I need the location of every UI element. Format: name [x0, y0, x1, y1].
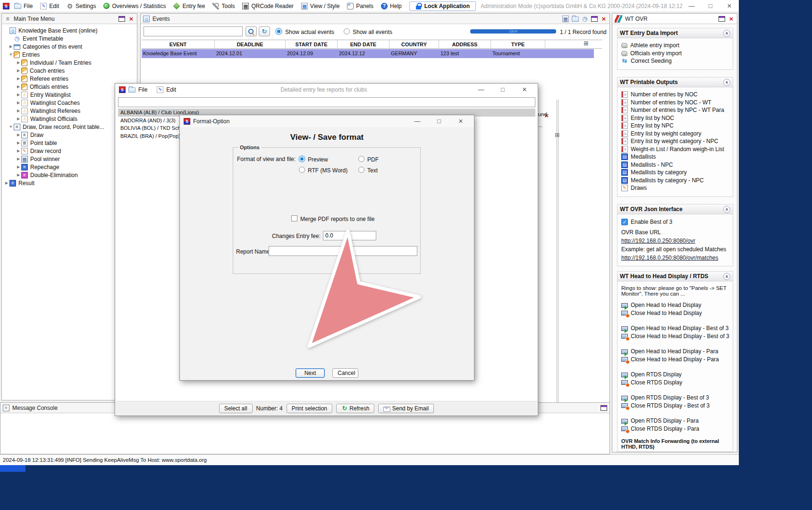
menu-item[interactable]: QRCode Reader	[242, 3, 293, 9]
printable-output-item[interactable]: Number of entries by NOC	[617, 91, 733, 99]
fee-dialog-search-input[interactable]	[118, 97, 535, 107]
tree-item[interactable]: ▶ Individual / Team Entries	[2, 59, 137, 67]
printable-output-item[interactable]: Entry list by NPC	[617, 122, 733, 130]
display-control-item[interactable]: Open Head to Head Display - Best of 3	[617, 324, 733, 332]
preview-radio[interactable]	[299, 156, 305, 162]
menu-item[interactable]: Settings	[67, 3, 96, 9]
refresh-button[interactable]: Refresh	[336, 404, 374, 414]
printable-output-item[interactable]: Weight-in List / Random weigh-in List	[617, 145, 733, 153]
display-control-item[interactable]: Open RTDS Display - Best of 3	[617, 394, 733, 402]
pdf-radio[interactable]	[358, 156, 364, 162]
panel-maximize-icon[interactable]	[719, 16, 725, 22]
display-control-item[interactable]: Open Head to Head Display	[617, 301, 733, 309]
printable-output-item[interactable]: Entry list by weight category - NPC	[617, 137, 733, 145]
menu-item[interactable]: Help	[381, 3, 402, 9]
dialog-close-button[interactable]: ×	[451, 117, 470, 126]
dialog-maximize-button[interactable]: □	[493, 86, 512, 93]
panel-maximize-icon[interactable]	[591, 16, 598, 22]
printable-output-item[interactable]: Medallists by category	[617, 169, 733, 177]
column-header[interactable]: START DATE	[286, 40, 338, 49]
tree-expand-arrow[interactable]: ▶	[16, 60, 21, 65]
tree-item[interactable]: ▶ Coach entries	[2, 67, 137, 75]
dialog-minimize-button[interactable]: —	[472, 86, 491, 93]
ovr-base-url-link[interactable]: http://192.168.0.250:8080/ovr	[621, 238, 729, 244]
collapse-chevron-icon[interactable]	[723, 273, 730, 280]
printable-output-item[interactable]: Draws	[617, 184, 733, 192]
filter-refresh-button[interactable]	[259, 26, 270, 36]
tree-expand-arrow[interactable]: ▶	[16, 141, 21, 145]
tree-expand-arrow[interactable]: ▶	[16, 101, 21, 105]
collapse-chevron-icon[interactable]	[723, 30, 730, 37]
column-header[interactable]: ADDRESS	[439, 40, 491, 49]
panel-close-icon[interactable]	[601, 16, 607, 22]
panel-maximize-icon[interactable]	[601, 405, 607, 411]
send-by-email-button[interactable]: Send by Email	[378, 404, 434, 413]
display-control-item[interactable]: Close RTDS Display - Para	[617, 425, 733, 433]
printable-output-item[interactable]: Entry list by weight category	[617, 130, 733, 138]
ovr-action-item[interactable]: Athlete entry import	[617, 42, 733, 50]
menu-item[interactable]: File	[14, 3, 33, 9]
tree-item[interactable]: ▶ Categories of this event	[2, 42, 137, 51]
tree-item[interactable]: ▶ Referee entries	[2, 75, 137, 83]
report-name-input[interactable]	[269, 246, 417, 256]
tree-expand-arrow[interactable]: ▶	[16, 157, 21, 161]
ovr-matches-link[interactable]: http://192.168.0.250:8080/ovr/matches	[621, 255, 729, 261]
display-control-item[interactable]: Open Head to Head Display - Para	[617, 348, 733, 356]
tree-expand-arrow[interactable]: ▶	[16, 68, 21, 73]
tree-expand-arrow[interactable]: ▶	[16, 165, 21, 169]
display-control-item[interactable]: Open RTDS Display - Para	[617, 417, 733, 425]
ovr-action-item[interactable]: Correct Seeding	[617, 57, 733, 65]
menu-item[interactable]: Tools	[212, 3, 235, 9]
tree-expand-arrow[interactable]: ▶	[8, 44, 14, 49]
folder-icon[interactable]	[572, 17, 579, 22]
ovr-forwarding-input[interactable]	[621, 451, 728, 452]
tree-expand-arrow[interactable]: ▼	[8, 52, 14, 57]
dialog-close-button[interactable]: ×	[515, 85, 534, 94]
merge-pdf-checkbox[interactable]	[291, 215, 297, 221]
column-picker-icon[interactable]	[583, 41, 589, 47]
column-header[interactable]: EVENT	[142, 40, 215, 49]
console-content[interactable]	[0, 413, 609, 454]
column-header[interactable]: DEADLINE	[215, 40, 286, 49]
collapse-chevron-icon[interactable]	[723, 79, 730, 86]
tree-expand-arrow[interactable]: ▶	[4, 181, 9, 185]
tree-item[interactable]: ▼ Entries	[2, 51, 137, 59]
show-actual-events-radio[interactable]	[276, 28, 282, 34]
rtf-radio[interactable]	[299, 167, 305, 173]
clock-icon[interactable]	[582, 16, 588, 22]
printable-output-item[interactable]: Entry list by NOC	[617, 114, 733, 122]
tree-expand-arrow[interactable]: ▶	[16, 109, 21, 113]
display-control-item[interactable]: Close Head to Head Display	[617, 309, 733, 317]
fee-dialog-file-menu[interactable]: File	[138, 86, 147, 93]
fee-dialog-edit-menu[interactable]: Edit	[166, 86, 176, 93]
display-control-item[interactable]: Close Head to Head Display - Para	[617, 356, 733, 364]
select-all-button[interactable]: Select all	[219, 404, 253, 413]
print-selection-button[interactable]: Print selection	[287, 404, 332, 413]
menu-item[interactable]: Panels	[347, 3, 373, 9]
display-control-item[interactable]: Open RTDS Display	[617, 371, 733, 379]
ovr-action-item[interactable]: Officials entry import	[617, 50, 733, 58]
menu-item[interactable]: View / Style	[301, 3, 339, 9]
dialog-maximize-button[interactable]: □	[430, 118, 448, 125]
tree-expand-arrow[interactable]: ▶	[16, 117, 21, 121]
events-row[interactable]: Knowledge Base Event2024.12.012024.12.09…	[142, 49, 594, 58]
edit-table-icon[interactable]	[562, 16, 569, 22]
enable-best-of-3-checkbox[interactable]	[621, 219, 628, 225]
tree-expand-arrow[interactable]: ▶	[16, 173, 21, 177]
column-header[interactable]: COUNTRY	[389, 40, 439, 49]
tree-expand-arrow[interactable]: ▶	[16, 76, 21, 81]
window-maximize-button[interactable]: □	[701, 2, 720, 9]
column-header[interactable]: END DATE	[338, 40, 389, 49]
panel-maximize-icon[interactable]	[118, 16, 125, 22]
cancel-button[interactable]: Cancel	[332, 368, 358, 378]
search-button[interactable]	[245, 26, 257, 36]
printable-output-item[interactable]: Number of entries by NOC - WT	[617, 99, 733, 107]
next-button[interactable]: Next	[296, 368, 325, 378]
display-control-item[interactable]: Close RTDS Display	[617, 379, 733, 387]
tree-expand-arrow[interactable]: ▶	[16, 149, 21, 153]
tree-expand-arrow[interactable]: ▼	[8, 125, 14, 129]
panel-close-icon[interactable]	[128, 16, 135, 22]
tree-item[interactable]: Knowledge Base Event (online)	[2, 26, 137, 34]
text-radio[interactable]	[358, 167, 364, 173]
fee-dialog-titlebar[interactable]: File Edit Detailed entry fee reports for…	[115, 84, 538, 95]
